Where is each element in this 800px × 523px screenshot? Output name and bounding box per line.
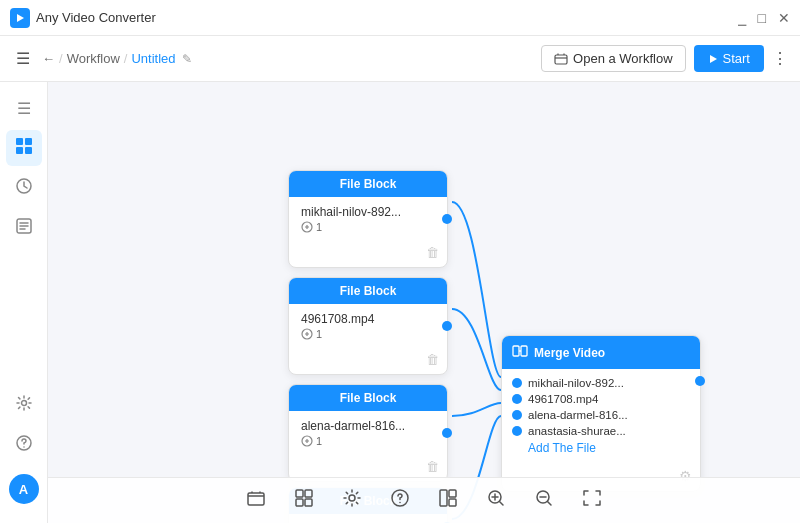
file-block-2[interactable]: File Block 4961708.mp4 1 🗑 <box>288 277 448 375</box>
toolbar-actions: Open a Workflow Start ⋮ <box>541 45 788 72</box>
svg-point-9 <box>21 401 26 406</box>
file-block-3[interactable]: File Block alena-darmel-816... 1 🗑 <box>288 384 448 482</box>
zoom-out-btn[interactable] <box>528 486 560 515</box>
view-grid-btn[interactable] <box>288 486 320 515</box>
settings-toolbar-btn[interactable] <box>336 486 368 515</box>
svg-rect-19 <box>296 490 303 497</box>
svg-rect-28 <box>449 499 456 506</box>
merge-input-dot-4 <box>512 426 522 436</box>
start-label: Start <box>723 51 750 66</box>
fit-view-btn[interactable] <box>576 486 608 515</box>
svg-rect-3 <box>16 138 23 145</box>
file-block-1[interactable]: File Block mikhail-nilov-892... 1 🗑 <box>288 170 448 268</box>
sidebar-item-menu[interactable]: ☰ <box>6 90 42 126</box>
svg-rect-21 <box>296 499 303 506</box>
open-workflow-btn[interactable]: Open a Workflow <box>541 45 685 72</box>
file-block-3-filename: alena-darmel-816... <box>301 419 435 433</box>
file-block-1-filename: mikhail-nilov-892... <box>301 205 435 219</box>
zoom-in-btn[interactable] <box>480 486 512 515</box>
main-area: ☰ <box>0 82 800 523</box>
app-logo: Any Video Converter <box>10 8 156 28</box>
merge-video-node[interactable]: Merge Video mikhail-nilov-892... 4961708… <box>501 335 701 492</box>
open-file-btn[interactable] <box>240 486 272 515</box>
svg-point-23 <box>349 495 355 501</box>
maximize-btn[interactable]: □ <box>758 10 766 26</box>
file-block-2-output-dot <box>442 321 452 331</box>
breadcrumb-sep2: / <box>124 51 128 66</box>
start-btn[interactable]: Start <box>694 45 764 72</box>
svg-rect-26 <box>440 490 447 506</box>
svg-rect-27 <box>449 490 456 497</box>
file-block-3-body: alena-darmel-816... 1 <box>289 411 447 455</box>
svg-rect-1 <box>555 55 567 64</box>
sidebar-item-settings[interactable] <box>6 387 42 423</box>
file-block-2-delete-btn[interactable]: 🗑 <box>426 352 439 367</box>
svg-marker-0 <box>17 14 24 22</box>
canvas[interactable]: File Block mikhail-nilov-892... 1 🗑 <box>48 82 800 523</box>
merge-output-dot <box>695 376 705 386</box>
breadcrumb-workflow[interactable]: Workflow <box>67 51 120 66</box>
file-block-2-filename: 4961708.mp4 <box>301 312 435 326</box>
file-block-1-delete: 🗑 <box>289 241 447 267</box>
svg-rect-17 <box>521 346 527 356</box>
sidebar-item-notes[interactable] <box>6 210 42 246</box>
start-play-icon <box>708 54 718 64</box>
file-block-2-header: File Block <box>289 278 447 304</box>
file-block-3-delete-btn[interactable]: 🗑 <box>426 459 439 474</box>
sidebar-item-blocks[interactable] <box>6 130 42 166</box>
svg-rect-6 <box>25 147 32 154</box>
sidebar-help-icon <box>15 434 33 456</box>
sidebar-notes-icon <box>15 217 33 239</box>
breadcrumb: ← / Workflow / Untitled ✎ <box>42 51 192 66</box>
merge-input-dot-2 <box>512 394 522 404</box>
merge-video-title: Merge Video <box>534 346 605 360</box>
help-toolbar-btn[interactable] <box>384 486 416 515</box>
file-block-2-count: 1 <box>301 328 435 340</box>
back-btn[interactable]: ← <box>42 51 55 66</box>
svg-point-11 <box>23 446 25 448</box>
open-workflow-label: Open a Workflow <box>573 51 672 66</box>
file-block-1-title: File Block <box>340 177 397 191</box>
sidebar-settings-icon <box>15 394 33 416</box>
sidebar-menu-icon: ☰ <box>17 99 31 118</box>
file-block-1-delete-btn[interactable]: 🗑 <box>426 245 439 260</box>
merge-input-3: alena-darmel-816... <box>512 409 690 421</box>
svg-marker-2 <box>710 55 717 63</box>
toolbar: ☰ ← / Workflow / Untitled ✎ Open a Workf… <box>0 36 800 82</box>
file-block-2-title: File Block <box>340 284 397 298</box>
file-block-1-count: 1 <box>301 221 435 233</box>
user-avatar: A <box>9 474 39 504</box>
layout-btn[interactable] <box>432 486 464 515</box>
window-controls: ⎯ □ ✕ <box>738 10 790 26</box>
sidebar-bottom: A <box>6 387 42 515</box>
merge-input-dot-3 <box>512 410 522 420</box>
svg-rect-4 <box>25 138 32 145</box>
file-block-3-count: 1 <box>301 435 435 447</box>
svg-rect-22 <box>305 499 312 506</box>
sidebar-avatar[interactable]: A <box>6 471 42 507</box>
file-block-3-header: File Block <box>289 385 447 411</box>
bottom-toolbar <box>48 477 800 523</box>
file-block-2-body: 4961708.mp4 1 <box>289 304 447 348</box>
file-block-3-title: File Block <box>340 391 397 405</box>
merge-input-dot-1 <box>512 378 522 388</box>
sidebar-item-history[interactable] <box>6 170 42 206</box>
breadcrumb-current: Untitled <box>131 51 175 66</box>
merge-video-body: mikhail-nilov-892... 4961708.mp4 alena-d… <box>502 369 700 463</box>
titlebar: Any Video Converter ⎯ □ ✕ <box>0 0 800 36</box>
breadcrumb-sep1: / <box>59 51 63 66</box>
more-options-btn[interactable]: ⋮ <box>772 49 788 68</box>
minimize-btn[interactable]: ⎯ <box>738 10 746 26</box>
sidebar-history-icon <box>15 177 33 199</box>
edit-title-icon[interactable]: ✎ <box>182 52 192 66</box>
merge-add-file[interactable]: Add The File <box>512 441 690 455</box>
sidebar-blocks-icon <box>15 137 33 159</box>
app-logo-icon <box>10 8 30 28</box>
file-block-1-output-dot <box>442 214 452 224</box>
hamburger-menu-btn[interactable]: ☰ <box>12 45 34 72</box>
close-btn[interactable]: ✕ <box>778 10 790 26</box>
sidebar-item-help[interactable] <box>6 427 42 463</box>
file-block-3-output-dot <box>442 428 452 438</box>
file-block-2-delete: 🗑 <box>289 348 447 374</box>
svg-rect-18 <box>248 493 264 505</box>
